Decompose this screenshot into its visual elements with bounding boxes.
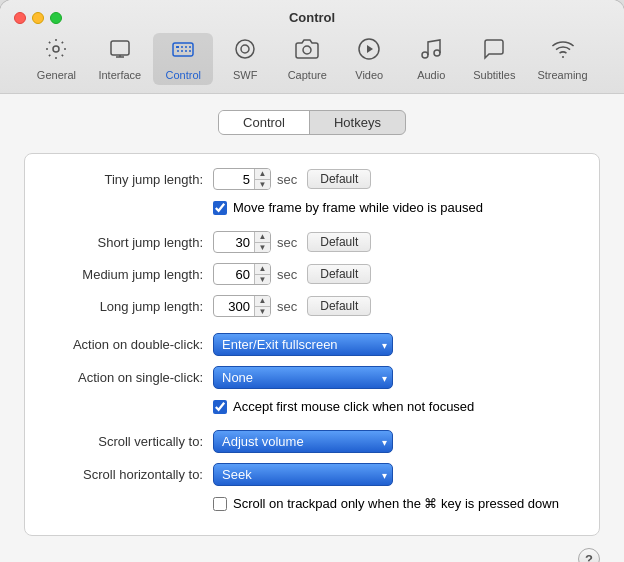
long-jump-increment[interactable]: ▲ bbox=[255, 296, 270, 307]
subtitles-label: Subtitles bbox=[473, 69, 515, 81]
main-window: Control General bbox=[0, 0, 624, 562]
toolbar-item-general[interactable]: General bbox=[26, 33, 86, 85]
move-frame-checkbox[interactable] bbox=[213, 201, 227, 215]
capture-icon bbox=[295, 37, 319, 67]
scroll-vert-select-wrapper: Adjust volume Seek None ▾ bbox=[213, 430, 393, 453]
tiny-jump-stepper: ▲ ▼ bbox=[254, 169, 270, 189]
tab-bar: Control Hotkeys bbox=[24, 110, 600, 135]
medium-jump-input-wrapper: ▲ ▼ bbox=[213, 263, 271, 285]
toolbar-item-subtitles[interactable]: Subtitles bbox=[463, 33, 525, 85]
svg-marker-8 bbox=[367, 45, 373, 53]
general-label: General bbox=[37, 69, 76, 81]
svg-point-4 bbox=[236, 40, 254, 58]
scroll-horiz-select-wrapper: Seek Adjust volume None ▾ bbox=[213, 463, 393, 486]
short-jump-increment[interactable]: ▲ bbox=[255, 232, 270, 243]
interface-icon bbox=[108, 37, 132, 67]
close-button[interactable] bbox=[14, 12, 26, 24]
scroll-vert-select[interactable]: Adjust volume Seek None bbox=[213, 430, 393, 453]
short-jump-decrement[interactable]: ▼ bbox=[255, 243, 270, 253]
svg-rect-1 bbox=[111, 41, 129, 55]
tiny-jump-increment[interactable]: ▲ bbox=[255, 169, 270, 180]
medium-jump-input-group: ▲ ▼ sec Default bbox=[213, 263, 371, 285]
help-button-container: ? bbox=[24, 548, 600, 562]
short-jump-stepper: ▲ ▼ bbox=[254, 232, 270, 252]
scroll-horiz-select[interactable]: Seek Adjust volume None bbox=[213, 463, 393, 486]
toolbar-item-video[interactable]: Video bbox=[339, 33, 399, 85]
control-label: Control bbox=[166, 69, 201, 81]
double-click-select-wrapper: Enter/Exit fullscreen None Pause/Resume … bbox=[213, 333, 393, 356]
accept-mouse-checkbox[interactable] bbox=[213, 400, 227, 414]
move-frame-label: Move frame by frame while video is pause… bbox=[233, 200, 483, 215]
long-jump-label: Long jump length: bbox=[43, 299, 203, 314]
tab-hotkeys[interactable]: Hotkeys bbox=[310, 111, 405, 134]
video-label: Video bbox=[355, 69, 383, 81]
scroll-trackpad-row: Scroll on trackpad only when the ⌘ key i… bbox=[43, 496, 581, 511]
single-click-label: Action on single-click: bbox=[43, 370, 203, 385]
content-area: Control Hotkeys Tiny jump length: ▲ ▼ s bbox=[0, 94, 624, 562]
swf-icon bbox=[233, 37, 257, 67]
scroll-vert-label: Scroll vertically to: bbox=[43, 434, 203, 449]
tiny-jump-label: Tiny jump length: bbox=[43, 172, 203, 187]
window-title: Control bbox=[289, 10, 335, 25]
svg-point-10 bbox=[434, 50, 440, 56]
svg-point-0 bbox=[53, 46, 59, 52]
long-jump-input-group: ▲ ▼ sec Default bbox=[213, 295, 371, 317]
short-jump-input-group: ▲ ▼ sec Default bbox=[213, 231, 371, 253]
single-click-select-wrapper: None Pause/Resume Enter/Exit fullscreen … bbox=[213, 366, 393, 389]
scroll-horiz-row: Scroll horizontally to: Seek Adjust volu… bbox=[43, 463, 581, 486]
titlebar: Control General bbox=[0, 0, 624, 94]
tiny-jump-row: Tiny jump length: ▲ ▼ sec Default bbox=[43, 168, 581, 190]
audio-label: Audio bbox=[417, 69, 445, 81]
capture-label: Capture bbox=[288, 69, 327, 81]
video-icon bbox=[357, 37, 381, 67]
maximize-button[interactable] bbox=[50, 12, 62, 24]
toolbar-item-streaming[interactable]: Streaming bbox=[527, 33, 597, 85]
long-jump-default[interactable]: Default bbox=[307, 296, 371, 316]
toolbar: General Interface bbox=[26, 33, 597, 85]
toolbar-item-capture[interactable]: Capture bbox=[277, 33, 337, 85]
toolbar-item-audio[interactable]: Audio bbox=[401, 33, 461, 85]
toolbar-item-swf[interactable]: SWF bbox=[215, 33, 275, 85]
medium-jump-decrement[interactable]: ▼ bbox=[255, 275, 270, 285]
minimize-button[interactable] bbox=[32, 12, 44, 24]
toolbar-item-control[interactable]: Control bbox=[153, 33, 213, 85]
svg-rect-2 bbox=[173, 43, 193, 56]
medium-jump-default[interactable]: Default bbox=[307, 264, 371, 284]
long-jump-row: Long jump length: ▲ ▼ sec Default bbox=[43, 295, 581, 317]
scroll-trackpad-label: Scroll on trackpad only when the ⌘ key i… bbox=[233, 496, 559, 511]
medium-jump-unit: sec bbox=[277, 267, 297, 282]
interface-label: Interface bbox=[98, 69, 141, 81]
long-jump-input-wrapper: ▲ ▼ bbox=[213, 295, 271, 317]
long-jump-unit: sec bbox=[277, 299, 297, 314]
toolbar-item-interface[interactable]: Interface bbox=[88, 33, 151, 85]
accept-mouse-label: Accept first mouse click when not focuse… bbox=[233, 399, 474, 414]
swf-label: SWF bbox=[233, 69, 257, 81]
long-jump-decrement[interactable]: ▼ bbox=[255, 307, 270, 317]
scroll-vert-row: Scroll vertically to: Adjust volume Seek… bbox=[43, 430, 581, 453]
accept-mouse-row: Accept first mouse click when not focuse… bbox=[43, 399, 581, 414]
scroll-trackpad-checkbox[interactable] bbox=[213, 497, 227, 511]
medium-jump-stepper: ▲ ▼ bbox=[254, 264, 270, 284]
tiny-jump-unit: sec bbox=[277, 172, 297, 187]
tiny-jump-decrement[interactable]: ▼ bbox=[255, 180, 270, 190]
svg-point-5 bbox=[241, 45, 249, 53]
move-frame-row: Move frame by frame while video is pause… bbox=[43, 200, 581, 215]
medium-jump-label: Medium jump length: bbox=[43, 267, 203, 282]
subtitles-icon bbox=[482, 37, 506, 67]
traffic-lights bbox=[14, 12, 62, 24]
scroll-horiz-label: Scroll horizontally to: bbox=[43, 467, 203, 482]
single-click-select[interactable]: None Pause/Resume Enter/Exit fullscreen bbox=[213, 366, 393, 389]
long-jump-stepper: ▲ ▼ bbox=[254, 296, 270, 316]
double-click-row: Action on double-click: Enter/Exit fulls… bbox=[43, 333, 581, 356]
medium-jump-increment[interactable]: ▲ bbox=[255, 264, 270, 275]
short-jump-default[interactable]: Default bbox=[307, 232, 371, 252]
svg-rect-3 bbox=[176, 46, 179, 48]
tiny-jump-input-group: ▲ ▼ sec Default bbox=[213, 168, 371, 190]
control-icon bbox=[171, 37, 195, 67]
short-jump-unit: sec bbox=[277, 235, 297, 250]
streaming-icon bbox=[551, 37, 575, 67]
tiny-jump-default[interactable]: Default bbox=[307, 169, 371, 189]
double-click-select[interactable]: Enter/Exit fullscreen None Pause/Resume bbox=[213, 333, 393, 356]
tab-control[interactable]: Control bbox=[219, 111, 310, 134]
help-button[interactable]: ? bbox=[578, 548, 600, 562]
